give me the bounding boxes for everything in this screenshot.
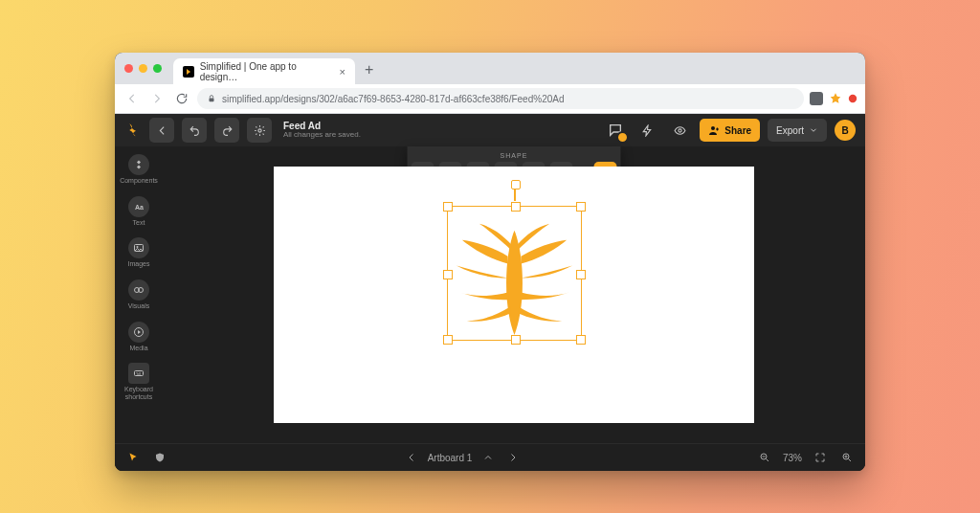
sidebar-item-label: Visuals (128, 302, 149, 310)
settings-button[interactable] (247, 118, 272, 143)
zoom-in-button[interactable] (838, 449, 856, 466)
svg-text:Aa: Aa (135, 204, 144, 211)
new-tab-button[interactable]: + (365, 61, 373, 78)
text-icon: Aa (128, 196, 149, 217)
svg-rect-11 (135, 371, 144, 376)
keyboard-icon (128, 363, 149, 384)
browser-window: Simplified | One app to design… × + simp… (115, 53, 865, 471)
artboard-menu-button[interactable] (479, 449, 497, 466)
lock-icon (207, 94, 216, 103)
app-root: Feed Ad All changes are saved. Share Exp… (115, 114, 865, 471)
comments-button[interactable] (604, 119, 627, 142)
chevron-down-icon (809, 125, 818, 135)
close-window-icon[interactable] (124, 64, 133, 73)
tab-strip: Simplified | One app to design… × + (115, 53, 865, 84)
share-label: Share (724, 125, 751, 136)
notification-badge-icon (616, 131, 629, 144)
left-sidebar: Components Aa Text Images Visuals Media (115, 146, 163, 443)
fullscreen-window-icon[interactable] (153, 64, 162, 73)
fit-screen-button[interactable] (812, 449, 829, 466)
sidebar-item-label: Images (128, 260, 150, 268)
prev-artboard-button[interactable] (403, 449, 420, 466)
tab-title: Simplified | One app to design… (200, 61, 334, 82)
resize-handle[interactable] (576, 270, 586, 279)
app-logo-icon[interactable] (124, 122, 142, 139)
rotation-handle[interactable] (514, 186, 516, 201)
svg-point-3 (679, 128, 681, 131)
user-plus-icon (708, 124, 720, 136)
resize-handle[interactable] (511, 202, 521, 212)
resize-handle[interactable] (511, 335, 521, 345)
browser-tab[interactable]: Simplified | One app to design… × (173, 58, 355, 84)
redo-button[interactable] (214, 118, 239, 143)
flash-button[interactable] (635, 118, 659, 143)
favicon-icon (183, 66, 194, 78)
components-icon (128, 154, 149, 175)
sidebar-item-components[interactable]: Components (117, 150, 161, 189)
url-text: simplified.app/designs/302/a6ac7f69-8653… (222, 94, 564, 104)
canvas-area[interactable]: SHAPE More (163, 146, 865, 443)
share-button[interactable]: Share (700, 119, 760, 142)
shield-icon[interactable] (151, 449, 168, 466)
visuals-icon (128, 279, 149, 301)
nav-reload-button[interactable] (172, 89, 191, 108)
project-title-block: Feed Ad All changes are saved. (283, 121, 361, 140)
sidebar-item-text[interactable]: Aa Text (117, 192, 161, 231)
sidebar-item-label: Media (129, 345, 147, 352)
sidebar-toggle-button[interactable] (149, 118, 174, 143)
address-bar: simplified.app/designs/302/a6ac7f69-8653… (115, 84, 865, 114)
media-icon (128, 322, 149, 343)
save-status: All changes are saved. (283, 131, 361, 140)
zoom-out-button[interactable] (756, 449, 773, 466)
artboard-label: Artboard 1 (428, 453, 473, 463)
tab-close-icon[interactable]: × (340, 66, 345, 78)
extension-icon[interactable] (829, 92, 842, 105)
cursor-tool-button[interactable] (124, 449, 142, 466)
extension-icon[interactable] (848, 94, 858, 103)
next-artboard-button[interactable] (504, 449, 522, 466)
minimize-window-icon[interactable] (139, 64, 147, 73)
sidebar-item-label: Components (120, 177, 158, 185)
app-toolbar: Feed Ad All changes are saved. Share Exp… (115, 114, 865, 146)
workspace: Components Aa Text Images Visuals Media (115, 146, 865, 443)
artboard[interactable] (274, 167, 754, 423)
resize-handle[interactable] (576, 202, 586, 212)
shape-toolbar-caption: SHAPE (412, 150, 617, 162)
bottom-bar: Artboard 1 73% (115, 443, 865, 471)
svg-point-2 (257, 128, 260, 131)
sidebar-item-label: Text (133, 219, 145, 227)
sidebar-item-media[interactable]: Media (117, 318, 161, 356)
window-controls[interactable] (121, 53, 167, 84)
shape-leaf-icon (448, 207, 581, 340)
resize-handle[interactable] (443, 202, 453, 212)
undo-button[interactable] (182, 118, 207, 143)
resize-handle[interactable] (443, 270, 453, 279)
extension-icon[interactable] (810, 92, 823, 105)
svg-point-4 (711, 126, 715, 130)
images-icon (128, 237, 149, 258)
nav-back-button[interactable] (122, 89, 142, 108)
zoom-value[interactable]: 73% (783, 453, 802, 463)
sidebar-item-visuals[interactable]: Visuals (117, 276, 161, 314)
svg-rect-0 (210, 99, 214, 102)
resize-handle[interactable] (576, 335, 586, 345)
svg-point-7 (137, 246, 139, 248)
sidebar-item-label: Keyboard shortcuts (117, 386, 161, 400)
preview-button[interactable] (667, 118, 692, 143)
resize-handle[interactable] (443, 335, 453, 345)
url-field[interactable]: simplified.app/designs/302/a6ac7f69-8653… (197, 88, 804, 109)
sidebar-item-images[interactable]: Images (117, 234, 161, 272)
export-button[interactable]: Export (768, 119, 827, 142)
avatar[interactable]: B (835, 120, 856, 141)
export-label: Export (776, 125, 804, 136)
browser-extensions (810, 92, 858, 105)
sidebar-item-shortcuts[interactable]: Keyboard shortcuts (117, 359, 161, 404)
selection-bounds[interactable] (447, 206, 582, 341)
nav-forward-button[interactable] (147, 89, 167, 108)
svg-point-1 (849, 95, 857, 102)
